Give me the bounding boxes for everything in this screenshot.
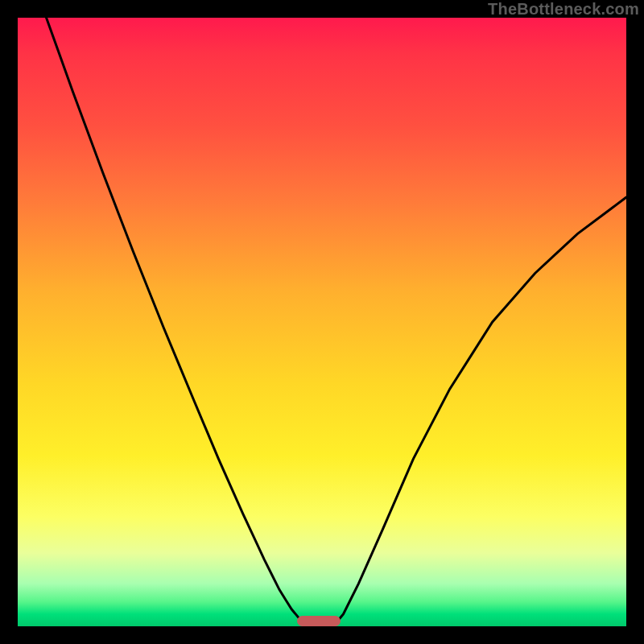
optimal-marker [297, 616, 341, 626]
chart-frame: TheBottleneck.com [0, 0, 644, 644]
curve-right-branch [334, 197, 626, 625]
watermark-text: TheBottleneck.com [488, 0, 639, 19]
curve-left-branch [47, 18, 308, 625]
bottleneck-curve [18, 18, 626, 626]
plot-area [18, 18, 626, 626]
